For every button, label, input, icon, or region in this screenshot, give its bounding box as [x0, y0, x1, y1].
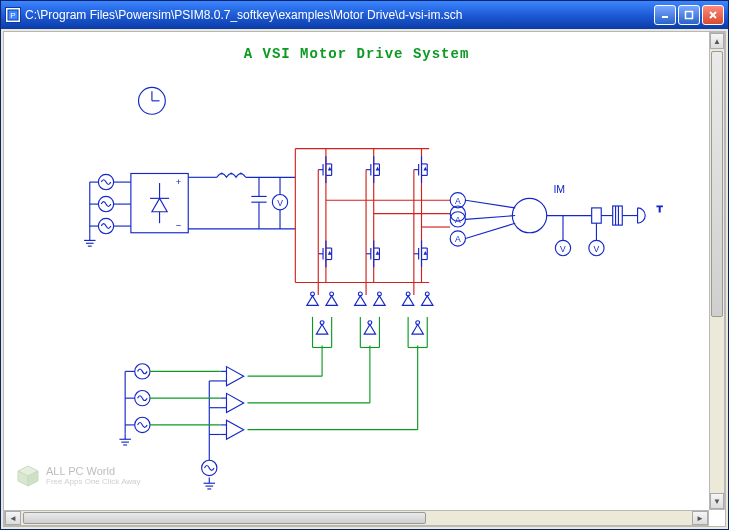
svg-rect-3	[686, 12, 693, 19]
clock-icon	[139, 87, 166, 114]
hscroll-track[interactable]	[21, 511, 692, 525]
watermark-brand: ALL PC World	[46, 466, 141, 478]
shaft-loads: T	[592, 203, 663, 225]
ammeter-b: A	[450, 206, 465, 227]
vertical-scrollbar[interactable]: ▲ ▼	[709, 32, 725, 510]
svg-line-72	[465, 200, 515, 208]
schematic-drawing: + −	[84, 87, 663, 489]
watermark: ALL PC World Free Apps One Click Away	[16, 464, 141, 488]
watermark-tagline: Free Apps One Click Away	[46, 478, 141, 486]
reference-sources	[119, 364, 220, 445]
titlebar[interactable]: P C:\Program Files\Powersim\PSIM8.0.7_so…	[1, 1, 728, 29]
svg-text:A: A	[455, 234, 461, 244]
gate-lines	[318, 170, 414, 295]
mosfet-bot-b	[366, 240, 379, 267]
svg-point-47	[240, 173, 242, 175]
svg-point-45	[221, 173, 223, 175]
vscroll-track[interactable]	[710, 49, 724, 493]
svg-marker-38	[152, 198, 167, 211]
svg-line-73	[465, 216, 515, 220]
comparator-stage	[202, 367, 244, 489]
vscroll-thumb[interactable]	[711, 51, 723, 317]
svg-point-46	[230, 173, 232, 175]
dc-link: V	[188, 173, 295, 229]
pwm-net	[248, 317, 428, 430]
schematic-canvas[interactable]: A VSI Motor Drive System	[4, 32, 709, 510]
svg-text:−: −	[176, 220, 182, 231]
mosfet-bot-a	[318, 240, 331, 267]
svg-rect-79	[613, 206, 623, 225]
torque-label: T	[657, 203, 663, 214]
scroll-down-button[interactable]: ▼	[710, 493, 724, 509]
close-button[interactable]	[702, 5, 724, 25]
ammeter-c: A	[450, 231, 465, 246]
svg-text:+: +	[176, 176, 182, 187]
phase-wires	[465, 200, 515, 238]
maximize-button[interactable]	[678, 5, 700, 25]
svg-text:V: V	[560, 244, 566, 254]
svg-text:A: A	[455, 215, 461, 225]
mosfet-top-a	[318, 156, 331, 183]
svg-text:V: V	[594, 244, 600, 254]
minimize-button[interactable]	[654, 5, 676, 25]
mosfet-top-b	[366, 156, 379, 183]
svg-text:A: A	[455, 196, 461, 206]
svg-point-75	[512, 198, 546, 232]
app-icon: P	[5, 7, 21, 23]
shaft-voltmeter-2: V	[589, 223, 604, 256]
scroll-right-button[interactable]: ►	[692, 511, 708, 525]
svg-text:P: P	[10, 11, 15, 20]
schematic-svg: + −	[4, 32, 709, 510]
mosfet-top-c	[414, 156, 427, 183]
svg-rect-77	[592, 208, 602, 223]
horizontal-scrollbar[interactable]: ◄ ►	[4, 510, 709, 526]
motor-label: IM	[553, 183, 565, 195]
window-buttons	[654, 5, 724, 25]
hscroll-thumb[interactable]	[23, 512, 426, 524]
scroll-up-button[interactable]: ▲	[710, 33, 724, 49]
voltmeter-label: V	[277, 198, 283, 208]
scroll-left-button[interactable]: ◄	[5, 511, 21, 525]
svg-line-74	[465, 223, 515, 238]
shaft-voltmeter-1: V	[555, 216, 570, 256]
cube-icon	[16, 464, 40, 488]
rectifier-bridge: + −	[131, 173, 188, 232]
app-window: P C:\Program Files\Powersim\PSIM8.0.7_so…	[0, 0, 729, 530]
mosfet-bot-c	[414, 240, 427, 267]
client-area: A VSI Motor Drive System	[3, 31, 726, 527]
ac-source-bank	[84, 174, 131, 246]
motor-im: IM	[512, 183, 591, 233]
gate-drivers	[307, 292, 433, 334]
window-title: C:\Program Files\Powersim\PSIM8.0.7_soft…	[25, 8, 654, 22]
